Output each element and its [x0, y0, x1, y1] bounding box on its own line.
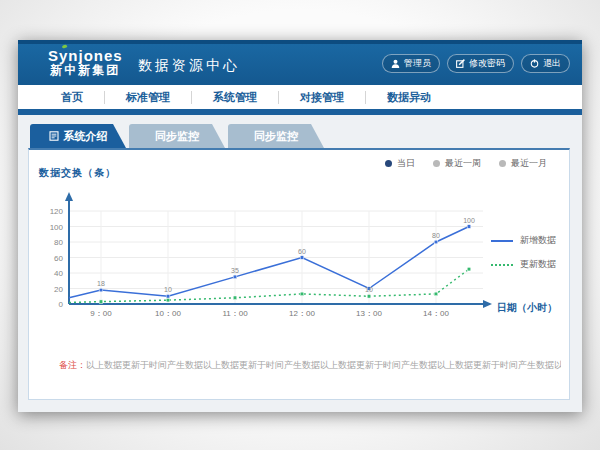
x-axis-title: 日期（小时）	[497, 301, 557, 315]
nav-item-home[interactable]: 首页	[40, 91, 104, 104]
svg-text:11：00: 11：00	[222, 309, 248, 318]
svg-text:35: 35	[231, 267, 239, 274]
legend-item-new-data[interactable]: 新增数据	[491, 234, 556, 247]
header: Synjones 新中新集团 数据资源中心 管理员 修改密码	[18, 40, 582, 85]
svg-text:40: 40	[54, 269, 63, 278]
app-title: 数据资源中心	[138, 57, 240, 75]
admin-button[interactable]: 管理员	[382, 54, 440, 73]
change-password-label: 修改密码	[469, 57, 505, 70]
radio-icon	[499, 160, 506, 167]
svg-text:12：00: 12：00	[289, 309, 315, 318]
nav-item-standards[interactable]: 标准管理	[104, 91, 191, 104]
svg-text:10：00: 10：00	[155, 309, 181, 318]
footnote-prefix: 备注：	[59, 360, 86, 370]
nav-item-changes[interactable]: 数据异动	[365, 91, 452, 104]
logo-wordmark: Synjones	[48, 47, 123, 64]
svg-text:60: 60	[298, 248, 306, 255]
legend-label: 新增数据	[520, 234, 556, 247]
footnote-text: 以上数据更新于时间产生数据以上数据更新于时间产生数据以上数据更新于时间产生数据以…	[86, 360, 561, 370]
nav-item-system[interactable]: 系统管理	[191, 91, 278, 104]
range-selector: 当日 最近一周 最近一月	[385, 157, 547, 170]
svg-text:80: 80	[54, 238, 63, 247]
solid-line-icon	[491, 240, 513, 242]
admin-label: 管理员	[404, 57, 431, 70]
svg-text:20: 20	[54, 285, 63, 294]
radio-icon	[433, 160, 440, 167]
content-panel: 当日 最近一周 最近一月 数据交换（条） 0204060801001209：00…	[28, 148, 570, 400]
tab-bar: 系统介绍 同步监控 同步监控	[30, 124, 324, 148]
user-icon	[391, 59, 400, 68]
logout-button[interactable]: 退出	[521, 54, 570, 73]
svg-text:14：00: 14：00	[423, 309, 449, 318]
tab-label: 系统介绍	[64, 130, 108, 142]
tab-sync-monitor-1[interactable]: 同步监控	[129, 124, 225, 148]
footnote: 备注：以上数据更新于时间产生数据以上数据更新于时间产生数据以上数据更新于时间产生…	[59, 359, 561, 372]
tab-label: 同步监控	[254, 130, 298, 142]
legend-label: 更新数据	[520, 258, 556, 271]
svg-text:60: 60	[54, 254, 63, 263]
svg-text:100: 100	[50, 223, 64, 232]
range-label: 当日	[397, 157, 415, 170]
svg-text:10: 10	[164, 286, 172, 293]
nav-underline-bar	[18, 109, 582, 115]
logo-company-name: 新中新集团	[48, 64, 123, 78]
logout-label: 退出	[543, 57, 561, 70]
tab-system-intro[interactable]: 系统介绍	[30, 124, 126, 148]
legend-item-updated-data[interactable]: 更新数据	[491, 258, 556, 271]
tab-label: 同步监控	[155, 130, 199, 142]
range-option-today[interactable]: 当日	[385, 157, 415, 170]
nav-item-interface[interactable]: 对接管理	[278, 91, 365, 104]
dotted-line-icon	[491, 264, 513, 266]
radio-icon	[385, 160, 392, 167]
range-label: 最近一周	[445, 157, 481, 170]
page-background: Synjones 新中新集团 数据资源中心 管理员 修改密码	[0, 0, 600, 450]
edit-icon	[456, 59, 465, 68]
tab-sync-monitor-2[interactable]: 同步监控	[228, 124, 324, 148]
range-option-last-week[interactable]: 最近一周	[433, 157, 481, 170]
change-password-button[interactable]: 修改密码	[447, 54, 514, 73]
svg-text:100: 100	[463, 217, 475, 224]
user-menu: 管理员 修改密码 退出	[382, 54, 570, 73]
svg-text:80: 80	[432, 232, 440, 239]
svg-text:120: 120	[50, 207, 64, 216]
svg-text:10: 10	[365, 286, 373, 293]
app-window: Synjones 新中新集团 数据资源中心 管理员 修改密码	[18, 40, 582, 412]
chart-legend: 新增数据 更新数据	[491, 234, 556, 282]
svg-text:0: 0	[59, 300, 64, 309]
logo: Synjones 新中新集团	[48, 47, 123, 78]
range-label: 最近一月	[511, 157, 547, 170]
document-icon	[49, 125, 59, 149]
svg-text:9：00: 9：00	[90, 309, 112, 318]
svg-text:18: 18	[97, 280, 105, 287]
line-chart: 0204060801001209：0010：0011：0012：0013：001…	[31, 178, 511, 328]
svg-text:13：00: 13：00	[356, 309, 382, 318]
main-nav: 首页 标准管理 系统管理 对接管理 数据异动	[18, 85, 582, 109]
power-icon	[530, 59, 539, 68]
range-option-last-month[interactable]: 最近一月	[499, 157, 547, 170]
